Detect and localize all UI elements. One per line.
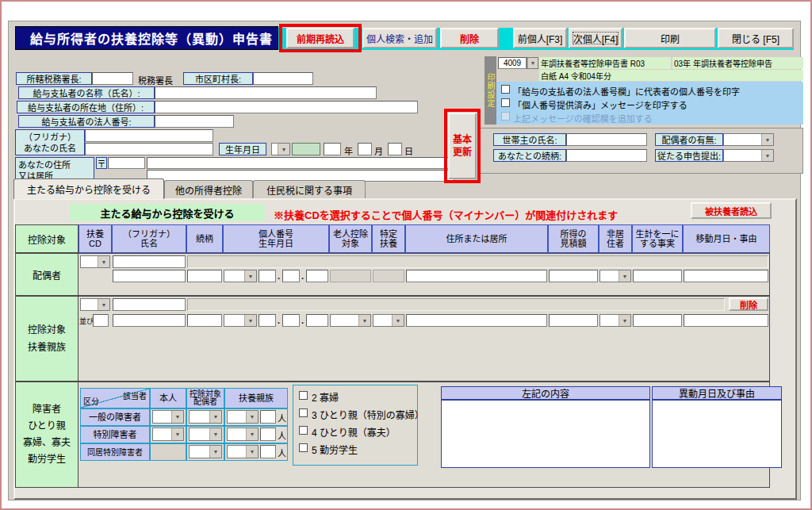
spouse-income-input[interactable] [549, 270, 598, 282]
payer-address-input[interactable] [155, 101, 418, 113]
reload-previous-period-button[interactable]: 前期再読込 [286, 28, 354, 48]
household-head-input[interactable] [566, 133, 647, 146]
change-date-textarea[interactable] [652, 400, 782, 468]
chevron-down-icon: ▼ [761, 134, 773, 145]
spouse-nonresident-combo[interactable]: ▼ [599, 270, 631, 282]
your-furigana-input[interactable] [85, 129, 213, 142]
load-dependents-button[interactable]: 被扶養者読込 [691, 202, 772, 219]
your-name-input[interactable] [85, 143, 213, 155]
month-suffix: 月 [374, 144, 383, 157]
dependent-name-input[interactable] [113, 314, 186, 327]
spouse-address-input[interactable] [406, 270, 547, 282]
spouse-change-date-input[interactable] [684, 270, 768, 282]
spouse-cd-combo[interactable]: ▼ [80, 255, 110, 268]
relation-input[interactable] [566, 149, 647, 162]
col-header-relation: 続柄 [186, 224, 223, 253]
prev-person-button[interactable]: 前個人[F3] [513, 28, 567, 48]
dependent-furigana-input[interactable] [113, 298, 186, 311]
payer-corp-number-label: 給与支払者の法人番号: [18, 115, 155, 128]
general-spouse-combo[interactable]: ▼ [189, 410, 222, 424]
single-parent-special-widow-checkbox[interactable] [299, 408, 308, 417]
dependent-change-date-input[interactable] [684, 314, 768, 327]
cohabiting-spouse-combo[interactable]: ▼ [189, 445, 222, 458]
next-person-button[interactable]: 次個人[F4] [569, 28, 622, 48]
address-line1-input[interactable] [147, 157, 454, 169]
tab-other-income-deduction[interactable]: 他の所得者控除 [164, 180, 253, 199]
secondary-declaration-label: 従たる申告提出: [655, 149, 723, 162]
col-header-mynumber-birth: 個人番号 生年月日 [223, 224, 329, 253]
date-dot: . [301, 271, 304, 281]
tab-main-salary-deduction[interactable]: 主たる給与から控除を受ける [13, 178, 164, 199]
dependent-relation-input[interactable] [187, 314, 222, 327]
spouse-relation-input[interactable] [187, 270, 222, 282]
delete-button[interactable]: 削除 [440, 28, 499, 48]
spouse-livelihood-input[interactable] [633, 270, 682, 282]
birth-year-input[interactable] [324, 143, 341, 155]
dependent-mynumber-strip [187, 298, 725, 311]
general-dependents-combo[interactable]: ▼ [227, 410, 259, 424]
birth-month-input[interactable] [358, 143, 372, 155]
dependent-specific-combo[interactable]: ▼ [373, 314, 404, 327]
next-person-label: 次個人[F4] [573, 32, 619, 45]
screenshot-page: 給与所得者の扶養控除等（異動）申告書 前期再読込 個人検索・追加 削除 前個人[… [0, 0, 812, 510]
spouse-name-input[interactable] [113, 270, 186, 282]
dependent-nonresident-combo[interactable]: ▼ [599, 314, 631, 327]
basic-update-button[interactable]: 基本 更新 [448, 113, 477, 179]
payer-name-input[interactable] [155, 86, 377, 99]
spouse-row-label: 配偶者 [15, 253, 79, 296]
special-self-combo[interactable]: ▼ [152, 428, 184, 441]
print-option-checkbox-1[interactable] [501, 85, 510, 94]
dependent-cd-combo[interactable]: ▼ [80, 298, 110, 311]
working-student-checkbox[interactable] [299, 443, 308, 452]
dependent-livelihood-input[interactable] [633, 314, 682, 327]
postal-code-input[interactable] [108, 157, 145, 169]
special-count-input[interactable] [260, 428, 276, 441]
cohabiting-dependents-combo[interactable]: ▼ [227, 445, 259, 458]
spouse-birth-day-input[interactable] [306, 270, 328, 282]
dependent-birth-month-input[interactable] [282, 314, 300, 327]
form-code-combo[interactable]: ▼ [527, 57, 538, 69]
print-button[interactable]: 印刷 [624, 28, 716, 48]
close-button[interactable]: 閉じる [F5] [718, 28, 794, 48]
dependent-address-input[interactable] [406, 314, 547, 327]
dependent-birth-year-input[interactable] [259, 314, 276, 327]
dependent-sort-input[interactable] [93, 314, 109, 327]
secondary-declaration-combo[interactable]: ▼ [723, 149, 774, 162]
special-spouse-combo[interactable]: ▼ [189, 428, 222, 441]
municipality-input[interactable] [253, 72, 313, 85]
cohabiting-count-input[interactable] [260, 445, 276, 458]
single-parent-widower-checkbox[interactable] [299, 426, 308, 435]
dependent-row-delete-button[interactable]: 削除 [729, 297, 768, 311]
spouse-birth-month-input[interactable] [282, 270, 300, 282]
dependent-birth-era-combo[interactable]: ▼ [224, 314, 257, 327]
chevron-down-icon: ▼ [209, 446, 221, 458]
spouse-presence-combo[interactable]: ▼ [723, 133, 774, 146]
spouse-mynumber-strip [187, 255, 768, 268]
chevron-down-icon: ▼ [527, 58, 538, 68]
spouse-furigana-input[interactable] [113, 255, 186, 268]
left-content-textarea[interactable] [441, 400, 650, 468]
widow-checkbox[interactable] [299, 391, 308, 400]
date-dot: . [278, 271, 280, 281]
dependents-row-label: 控除対象 扶養親族 [15, 296, 79, 382]
spouse-birth-era-combo[interactable]: ▼ [224, 270, 257, 282]
chevron-down-icon: ▼ [209, 411, 221, 423]
tab-resident-tax[interactable]: 住民税に関する事項 [253, 180, 366, 199]
print-option-checkbox-2[interactable] [501, 98, 510, 107]
form-code-input[interactable]: 4009 [498, 57, 527, 69]
birth-day-input[interactable] [388, 143, 402, 155]
spouse-birth-year-input[interactable] [259, 270, 276, 282]
tax-office-input[interactable] [92, 72, 133, 85]
special-dependents-combo[interactable]: ▼ [227, 428, 259, 441]
birth-era-input[interactable] [292, 143, 320, 155]
birth-era-combo[interactable]: ▼ [271, 143, 290, 155]
dependent-elderly-combo[interactable]: ▼ [330, 314, 371, 327]
person-search-add-button[interactable]: 個人検索・追加 [362, 28, 437, 48]
dependent-income-input[interactable] [549, 314, 598, 327]
payer-corp-number-input[interactable] [155, 115, 234, 128]
dependent-birth-day-input[interactable] [306, 314, 328, 327]
working-student-label: 5 勤労学生 [312, 443, 358, 456]
general-self-combo[interactable]: ▼ [152, 410, 184, 424]
day-suffix: 日 [404, 144, 413, 157]
general-count-input[interactable] [260, 410, 276, 424]
